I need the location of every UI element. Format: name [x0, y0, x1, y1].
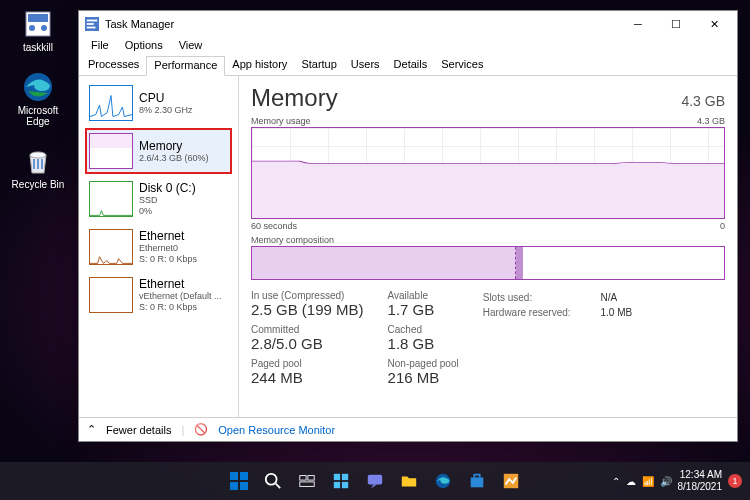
detail-capacity: 4.3 GB [681, 93, 725, 109]
chevron-up-icon: ⌃ [87, 423, 96, 436]
memory-stats: In use (Compressed) 2.5 GB (199 MB) Comm… [251, 290, 725, 392]
tab-app-history[interactable]: App history [225, 56, 294, 75]
svg-rect-1 [28, 14, 48, 22]
desktop-icon-edge[interactable]: Microsoft Edge [8, 71, 68, 127]
onedrive-icon[interactable]: ☁ [626, 476, 636, 487]
stat-value: 244 MB [251, 369, 364, 386]
maximize-button[interactable]: ☐ [657, 11, 695, 37]
system-tray: ⌃ ☁ 📶 🔊 12:34 AM 8/18/2021 1 [612, 469, 751, 493]
stat-label: Committed [251, 324, 364, 335]
search-icon[interactable] [258, 466, 288, 496]
svg-rect-13 [230, 482, 238, 490]
widgets-icon[interactable] [326, 466, 356, 496]
open-resource-monitor-link[interactable]: Open Resource Monitor [218, 424, 335, 436]
perf-card-vethernet[interactable]: EthernetvEthernet (Default ...S: 0 R: 0 … [85, 272, 232, 318]
fewer-details-button[interactable]: Fewer details [106, 424, 171, 436]
stat-value: 1.0 MB [601, 307, 633, 318]
tab-performance[interactable]: Performance [146, 56, 225, 76]
svg-line-16 [276, 484, 281, 489]
app-icon [85, 17, 99, 31]
cpu-thumb-graph [89, 85, 133, 121]
svg-rect-21 [342, 474, 348, 480]
taskbar[interactable]: ⌃ ☁ 📶 🔊 12:34 AM 8/18/2021 1 [0, 462, 750, 500]
tabstrip: Processes Performance App history Startu… [79, 56, 737, 76]
taskbar-center [224, 466, 526, 496]
perf-sub: S: 0 R: 0 Kbps [139, 302, 222, 313]
explorer-icon[interactable] [394, 466, 424, 496]
svg-marker-10 [252, 161, 724, 218]
perf-label: Ethernet [139, 229, 197, 243]
task-manager-window: Task Manager ─ ☐ ✕ File Options View Pro… [78, 10, 738, 442]
wifi-icon[interactable]: 📶 [642, 476, 654, 487]
disk-thumb-graph [89, 181, 133, 217]
stat-value: 2.8/5.0 GB [251, 335, 364, 352]
svg-rect-14 [240, 482, 248, 490]
clock-time: 12:34 AM [678, 469, 723, 481]
memory-composition-graph [251, 246, 725, 280]
start-button[interactable] [224, 466, 254, 496]
window-title: Task Manager [105, 18, 619, 30]
stat-label: Paged pool [251, 358, 364, 369]
menubar: File Options View [79, 37, 737, 56]
veth-thumb-graph [89, 277, 133, 313]
eth-thumb-graph [89, 229, 133, 265]
perf-card-cpu[interactable]: CPU8% 2.30 GHz [85, 80, 232, 126]
tab-users[interactable]: Users [344, 56, 387, 75]
chat-icon[interactable] [360, 466, 390, 496]
menu-file[interactable]: File [83, 37, 117, 56]
tray-chevron-icon[interactable]: ⌃ [612, 476, 620, 487]
close-button[interactable]: ✕ [695, 11, 733, 37]
desktop-icon-label: Microsoft Edge [8, 105, 68, 127]
taskbar-clock[interactable]: 12:34 AM 8/18/2021 [678, 469, 723, 493]
svg-rect-9 [87, 27, 96, 29]
svg-rect-12 [240, 472, 248, 480]
store-icon[interactable] [462, 466, 492, 496]
svg-rect-8 [87, 23, 94, 25]
stat-label: Available [388, 290, 459, 301]
detail-title: Memory [251, 84, 338, 112]
stat-value: 1.7 GB [388, 301, 459, 318]
stat-value: 216 MB [388, 369, 459, 386]
menu-view[interactable]: View [171, 37, 211, 56]
perf-sub: Ethernet0 [139, 243, 197, 254]
usage-line [252, 128, 724, 218]
volume-icon[interactable]: 🔊 [660, 476, 672, 487]
xaxis-right: 0 [720, 221, 725, 231]
comp-inuse [252, 247, 516, 279]
stat-label: Hardware reserved: [483, 307, 571, 318]
svg-point-2 [29, 25, 35, 31]
stat-value: N/A [601, 292, 618, 303]
perf-label: CPU [139, 91, 193, 105]
notification-badge[interactable]: 1 [728, 474, 742, 488]
svg-point-15 [266, 474, 277, 485]
tab-processes[interactable]: Processes [81, 56, 146, 75]
perf-card-memory[interactable]: Memory2.6/4.3 GB (60%) [85, 128, 232, 174]
desktop-icon-recyclebin[interactable]: Recycle Bin [8, 145, 68, 190]
menu-options[interactable]: Options [117, 37, 171, 56]
svg-rect-11 [230, 472, 238, 480]
task-view-icon[interactable] [292, 466, 322, 496]
memory-usage-graph [251, 127, 725, 219]
tab-startup[interactable]: Startup [294, 56, 343, 75]
perf-sub: S: 0 R: 0 Kbps [139, 254, 197, 265]
resource-monitor-icon: 🚫 [194, 423, 208, 436]
perf-label: Memory [139, 139, 209, 153]
content-body: CPU8% 2.30 GHz Memory2.6/4.3 GB (60%) Di… [79, 76, 737, 417]
svg-rect-20 [334, 474, 340, 480]
stat-label: Non-paged pool [388, 358, 459, 369]
tab-details[interactable]: Details [387, 56, 435, 75]
desktop-icon-taskkill[interactable]: taskkill [8, 8, 68, 53]
tab-services[interactable]: Services [434, 56, 490, 75]
desktop-icon-label: taskkill [23, 42, 53, 53]
edge-taskbar-icon[interactable] [428, 466, 458, 496]
task-manager-taskbar-icon[interactable] [496, 466, 526, 496]
memory-thumb-graph [89, 133, 133, 169]
titlebar[interactable]: Task Manager ─ ☐ ✕ [79, 11, 737, 37]
performance-sidebar: CPU8% 2.30 GHz Memory2.6/4.3 GB (60%) Di… [79, 76, 239, 417]
minimize-button[interactable]: ─ [619, 11, 657, 37]
perf-card-disk[interactable]: Disk 0 (C:)SSD0% [85, 176, 232, 222]
recycle-bin-icon [22, 145, 54, 177]
svg-rect-23 [342, 482, 348, 488]
perf-label: Disk 0 (C:) [139, 181, 196, 195]
perf-card-ethernet0[interactable]: EthernetEthernet0S: 0 R: 0 Kbps [85, 224, 232, 270]
